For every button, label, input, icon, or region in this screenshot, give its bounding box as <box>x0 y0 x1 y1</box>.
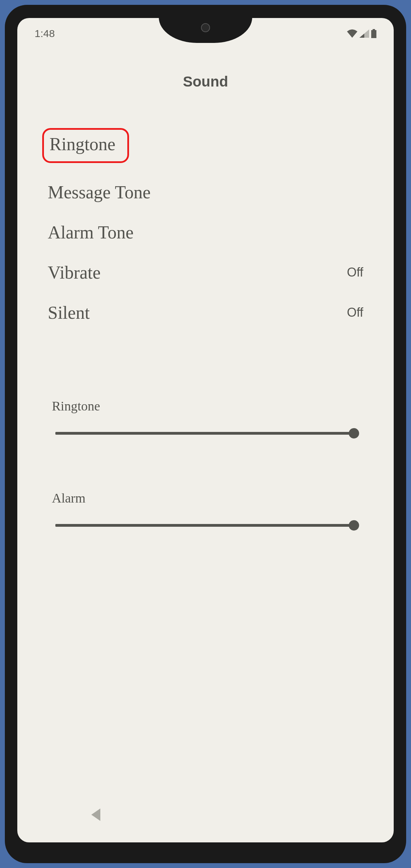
svg-rect-0 <box>371 30 376 38</box>
battery-icon <box>371 29 376 38</box>
option-label: Message Tone <box>48 182 150 202</box>
slider-alarm-block: Alarm <box>52 490 359 531</box>
status-time: 1:48 <box>35 28 55 39</box>
option-value: Off <box>347 265 363 280</box>
slider-ringtone-block: Ringtone <box>52 398 359 438</box>
status-icons <box>347 29 376 38</box>
option-value: Off <box>347 305 363 320</box>
highlight-ringtone: Ringtone <box>42 128 129 163</box>
signal-icon <box>359 29 369 38</box>
slider-thumb[interactable] <box>349 428 359 438</box>
page-title: Sound <box>42 73 369 90</box>
screen: 1:48 Sound Ringtone Message Tone Alarm T… <box>17 18 394 842</box>
slider-track <box>55 432 356 435</box>
alarm-slider[interactable] <box>52 520 359 531</box>
sliders-section: Ringtone Alarm <box>42 398 369 531</box>
back-icon <box>90 808 102 822</box>
back-button[interactable] <box>90 808 102 822</box>
option-label: Ringtone <box>49 134 116 154</box>
option-alarm-tone[interactable]: Alarm Tone <box>42 212 369 252</box>
option-message-tone[interactable]: Message Tone <box>42 172 369 212</box>
option-vibrate[interactable]: Vibrate Off <box>42 252 369 292</box>
wifi-icon <box>347 29 357 38</box>
option-label: Vibrate <box>48 262 101 283</box>
option-label: Alarm Tone <box>48 222 134 243</box>
slider-thumb[interactable] <box>349 520 359 531</box>
slider-label: Alarm <box>52 490 359 506</box>
option-silent[interactable]: Silent Off <box>42 292 369 333</box>
phone-frame: 1:48 Sound Ringtone Message Tone Alarm T… <box>5 5 406 863</box>
front-camera <box>201 23 210 32</box>
option-label: Silent <box>48 302 90 323</box>
ringtone-slider[interactable] <box>52 428 359 438</box>
slider-label: Ringtone <box>52 398 359 414</box>
svg-rect-1 <box>373 29 375 30</box>
option-ringtone[interactable]: Ringtone <box>42 128 369 163</box>
content: Sound Ringtone Message Tone Alarm Tone V… <box>17 63 394 842</box>
navigation-bar <box>17 801 394 829</box>
slider-track <box>55 524 356 527</box>
